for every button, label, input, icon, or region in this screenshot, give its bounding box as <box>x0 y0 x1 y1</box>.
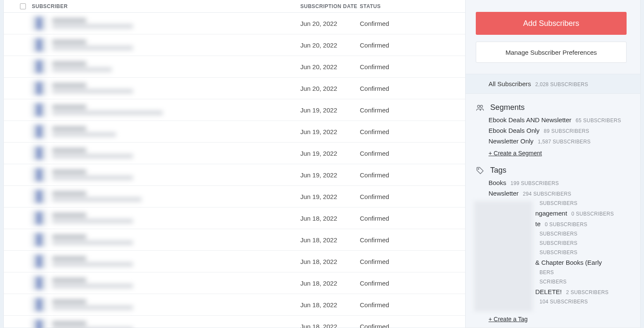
subscriber-cell <box>32 319 300 328</box>
tag-label: Newsletter <box>489 190 519 197</box>
table-row[interactable]: Jun 18, 2022Confirmed <box>4 251 465 272</box>
table-row[interactable]: Jun 20, 2022Confirmed <box>4 78 465 99</box>
table-row[interactable]: Jun 19, 2022Confirmed <box>4 121 465 143</box>
table-row[interactable]: Jun 19, 2022Confirmed <box>4 164 465 186</box>
status: Confirmed <box>360 150 453 157</box>
subscriber-cell <box>32 276 300 290</box>
tag-label: Books <box>489 179 506 186</box>
avatar <box>32 254 46 269</box>
tag-item[interactable]: Newsletter294 SUBSCRIBERS <box>489 190 627 197</box>
subscription-date: Jun 18, 2022 <box>300 323 360 328</box>
table-row[interactable]: Jun 19, 2022Confirmed <box>4 186 465 207</box>
status: Confirmed <box>360 20 453 27</box>
subscription-date: Jun 18, 2022 <box>300 236 360 244</box>
status: Confirmed <box>360 236 453 244</box>
table-row[interactable]: Jun 18, 2022Confirmed <box>4 207 465 229</box>
table-row[interactable]: Jun 18, 2022Confirmed <box>4 294 465 316</box>
table-row[interactable]: Jun 18, 2022Confirmed <box>4 229 465 251</box>
segment-item[interactable]: Ebook Deals Only89 SUBSCRIBERS <box>489 127 627 134</box>
all-subscribers-filter[interactable]: All Subscribers 2,028 SUBSCRIBERS <box>466 74 640 94</box>
segment-count: 1,587 SUBSCRIBERS <box>538 139 591 145</box>
subscriber-cell <box>32 254 300 269</box>
select-all-checkbox[interactable] <box>20 3 26 9</box>
svg-point-2 <box>478 168 479 169</box>
subscriber-cell <box>32 146 300 160</box>
subscriber-cell <box>32 211 300 225</box>
manage-preferences-button[interactable]: Manage Subscriber Preferences <box>476 42 627 63</box>
tag-count: SUBSCRIBERS <box>539 200 577 206</box>
subscription-date: Jun 19, 2022 <box>300 107 360 114</box>
subscription-date: Jun 18, 2022 <box>300 280 360 287</box>
subscriber-cell <box>32 233 300 247</box>
tag-item[interactable]: Books199 SUBSCRIBERS <box>489 179 627 186</box>
segment-item[interactable]: Newsletter Only1,587 SUBSCRIBERS <box>489 137 627 145</box>
all-subscribers-count: 2,028 SUBSCRIBERS <box>535 81 588 87</box>
subscription-date: Jun 19, 2022 <box>300 193 360 200</box>
tag-label: ngagement <box>535 210 567 217</box>
avatar <box>32 146 46 160</box>
create-tag-link[interactable]: + Create a Tag <box>489 316 627 322</box>
sidebar: Add Subscribers Manage Subscriber Prefer… <box>465 0 640 328</box>
status: Confirmed <box>360 193 453 200</box>
subscriber-cell <box>32 81 300 95</box>
avatar <box>32 38 46 52</box>
tag-count: SUBSCRIBERS <box>539 240 577 246</box>
avatar <box>32 297 46 312</box>
subscription-date: Jun 19, 2022 <box>300 150 360 157</box>
table-row[interactable]: Jun 20, 2022Confirmed <box>4 56 465 78</box>
tag-count: SUBSCRIBERS <box>539 250 577 255</box>
tag-count: SUBSCRIBERS <box>539 231 577 237</box>
column-header-status[interactable]: STATUS <box>360 3 453 9</box>
subscriber-cell <box>32 168 300 182</box>
tag-count: SCRIBERS <box>539 279 567 285</box>
status: Confirmed <box>360 63 453 70</box>
table-row[interactable]: Jun 18, 2022Confirmed <box>4 272 465 294</box>
subscriber-cell <box>32 103 300 117</box>
tag-icon <box>476 166 484 175</box>
tag-count: 104 SUBSCRIBERS <box>539 299 588 305</box>
avatar <box>32 16 46 31</box>
subscriber-cell <box>32 189 300 204</box>
status: Confirmed <box>360 258 453 265</box>
subscription-date: Jun 18, 2022 <box>300 215 360 222</box>
table-row[interactable]: Jun 20, 2022Confirmed <box>4 13 465 34</box>
subscription-date: Jun 18, 2022 <box>300 301 360 308</box>
avatar <box>32 319 46 328</box>
table-row[interactable]: Jun 19, 2022Confirmed <box>4 99 465 121</box>
tag-count: 0 SUBSCRIBERS <box>545 221 588 227</box>
table-row[interactable]: Jun 19, 2022Confirmed <box>4 143 465 164</box>
tags-title: Tags <box>490 166 506 175</box>
column-header-subscriber[interactable]: SUBSCRIBER <box>32 3 300 9</box>
status: Confirmed <box>360 323 453 328</box>
subscriber-cell <box>32 16 300 31</box>
table-row[interactable]: Jun 20, 2022Confirmed <box>4 34 465 56</box>
tag-count: 199 SUBSCRIBERS <box>511 180 559 186</box>
segments-section: Segments Ebook Deals AND Newsletter65 SU… <box>476 103 627 157</box>
subscription-date: Jun 20, 2022 <box>300 85 360 92</box>
users-icon <box>476 104 484 112</box>
table-row[interactable]: Jun 18, 2022Confirmed <box>4 316 465 328</box>
subscriber-cell <box>32 297 300 312</box>
status: Confirmed <box>360 42 453 49</box>
subscriber-cell <box>32 124 300 139</box>
status: Confirmed <box>360 301 453 308</box>
subscription-date: Jun 20, 2022 <box>300 20 360 27</box>
segment-label: Ebook Deals Only <box>489 127 539 134</box>
tag-count: 294 SUBSCRIBERS <box>523 191 571 197</box>
column-header-date[interactable]: SUBSCRIPTION DATE <box>300 3 360 9</box>
add-subscribers-button[interactable]: Add Subscribers <box>476 12 627 35</box>
segments-title: Segments <box>490 103 525 112</box>
status: Confirmed <box>360 215 453 222</box>
tags-blur-overlay <box>474 201 533 311</box>
subscriber-cell <box>32 59 300 74</box>
segment-label: Newsletter Only <box>489 137 534 145</box>
segment-count: 89 SUBSCRIBERS <box>544 128 589 134</box>
avatar <box>32 59 46 74</box>
status: Confirmed <box>360 280 453 287</box>
subscriber-table: SUBSCRIBER SUBSCRIPTION DATE STATUS Jun … <box>4 0 465 328</box>
segment-item[interactable]: Ebook Deals AND Newsletter65 SUBSCRIBERS <box>489 116 627 123</box>
create-segment-link[interactable]: + Create a Segment <box>489 150 627 157</box>
avatar <box>32 233 46 247</box>
tag-label: & Chapter Books (Early <box>535 259 602 266</box>
avatar <box>32 276 46 290</box>
